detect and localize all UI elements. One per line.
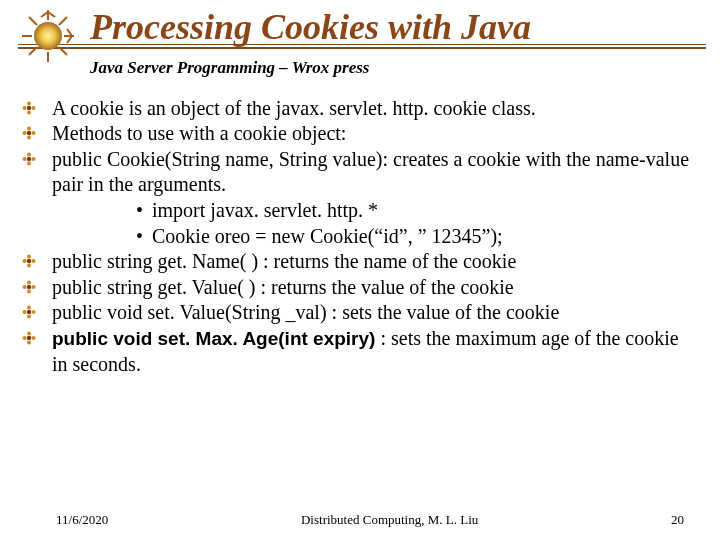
footer-date: 11/6/2020 [56,512,108,528]
svg-line-9 [48,12,55,17]
bullet-item: public string get. Value( ) : returns th… [22,275,698,301]
svg-point-44 [27,331,31,335]
svg-point-14 [27,101,31,105]
bullet-text: Methods to use with a cookie object: [52,122,346,144]
svg-point-43 [27,336,31,340]
svg-point-28 [27,259,31,263]
bullet-item: Methods to use with a cookie object: [22,121,698,147]
svg-point-20 [27,136,31,140]
flower-bullet-icon [22,305,36,319]
svg-point-35 [27,289,31,293]
bullet-text: public void set. Value(String _val) : se… [52,301,559,323]
bullet-item: public void set. Value(String _val) : se… [22,300,698,326]
bullet-text: public Cookie(String name, String value)… [52,148,689,196]
slide-title: Processing Cookies with Java [90,8,720,48]
flower-bullet-icon [22,280,36,294]
svg-line-10 [41,12,48,17]
content-body: A cookie is an object of the javax. serv… [0,96,720,378]
bullet-text: public string get. Value( ) : returns th… [52,276,514,298]
svg-line-12 [67,36,72,43]
svg-point-16 [23,106,27,110]
bullet-item: public void set. Max. Age(int expiry) : … [22,326,698,377]
svg-point-31 [23,259,27,263]
sub-bullet-item: Cookie oreo = new Cookie(“id”, ” 12345”)… [136,224,698,250]
svg-point-26 [23,157,27,161]
svg-point-13 [27,105,31,109]
svg-point-37 [32,285,36,289]
svg-point-32 [32,259,36,263]
svg-point-40 [27,315,31,319]
flower-bullet-icon [22,254,36,268]
svg-line-6 [59,47,67,55]
svg-line-8 [29,47,37,55]
svg-point-24 [27,152,31,156]
svg-point-47 [32,336,36,340]
svg-point-22 [32,131,36,135]
footer-center: Distributed Computing, M. L. Liu [108,512,671,528]
svg-point-27 [32,157,36,161]
bullet-item: public string get. Name( ) : returns the… [22,249,698,275]
svg-line-11 [67,29,72,36]
sub-bullet-text: import javax. servlet. http. * [152,199,378,221]
bullet-item: public Cookie(String name, String value)… [22,147,698,249]
svg-point-45 [27,340,31,344]
header: Processing Cookies with Java Java Server… [0,0,720,78]
slide-subtitle: Java Server Programming – Wrox press [90,58,720,78]
svg-point-17 [32,106,36,110]
flower-bullet-icon [22,331,36,345]
svg-line-7 [59,17,67,25]
flower-bullet-icon [22,126,36,140]
bullet-item: A cookie is an object of the javax. serv… [22,96,698,122]
svg-point-21 [23,131,27,135]
sun-icon [18,6,78,66]
footer-page-number: 20 [671,512,684,528]
sub-bullet-text: Cookie oreo = new Cookie(“id”, ” 12345”)… [152,225,503,247]
svg-point-36 [23,285,27,289]
svg-point-46 [23,336,27,340]
bullet-text: A cookie is an object of the javax. serv… [52,97,536,119]
svg-point-15 [27,110,31,114]
svg-point-30 [27,264,31,268]
svg-point-34 [27,280,31,284]
svg-point-33 [27,285,31,289]
sub-bullet-item: import javax. servlet. http. * [136,198,698,224]
bullet-lead-text: public void set. Max. Age(int expiry) [52,328,375,349]
svg-point-41 [23,310,27,314]
flower-bullet-icon [22,152,36,166]
svg-point-29 [27,255,31,259]
svg-point-0 [34,22,62,50]
svg-point-39 [27,306,31,310]
svg-point-38 [27,310,31,314]
footer: 11/6/2020 Distributed Computing, M. L. L… [0,512,720,528]
svg-line-5 [29,17,37,25]
svg-point-19 [27,127,31,131]
svg-point-18 [27,131,31,135]
flower-bullet-icon [22,101,36,115]
svg-point-23 [27,157,31,161]
svg-point-25 [27,161,31,165]
bullet-text: public string get. Name( ) : returns the… [52,250,516,272]
svg-point-42 [32,310,36,314]
